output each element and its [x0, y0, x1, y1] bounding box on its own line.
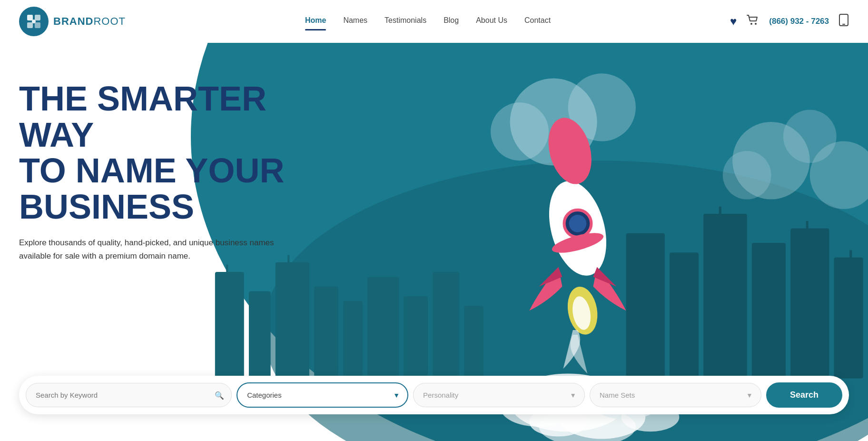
namesets-select[interactable]: Name Sets Short Names Long Names Compoun… — [590, 383, 761, 407]
wishlist-icon[interactable]: ♥ — [730, 15, 737, 28]
mobile-icon[interactable] — [838, 14, 849, 29]
svg-rect-29 — [719, 207, 721, 216]
svg-point-34 — [491, 102, 549, 160]
nav-names[interactable]: Names — [343, 16, 367, 27]
nav-testimonials[interactable]: Testimonials — [385, 16, 426, 27]
phone-number[interactable]: (866) 932 - 7263 — [769, 17, 829, 26]
svg-rect-25 — [703, 214, 747, 379]
namesets-select-wrap: Name Sets Short Names Long Names Compoun… — [590, 383, 761, 407]
nav-home[interactable]: Home — [305, 16, 326, 27]
cart-icon[interactable] — [746, 14, 760, 29]
personality-select[interactable]: Personality Bold Classic Creative Fun — [413, 383, 585, 407]
svg-rect-27 — [790, 229, 829, 379]
main-nav: Home Names Testimonials Blog About Us Co… — [305, 16, 551, 27]
hero-section: THE SMARTER WAY TO NAME YOUR BUSINESS Ex… — [0, 43, 868, 441]
svg-rect-24 — [670, 252, 699, 378]
svg-rect-16 — [343, 301, 363, 379]
search-button[interactable]: Search — [766, 382, 842, 408]
hero-content: THE SMARTER WAY TO NAME YOUR BUSINESS Ex… — [0, 43, 333, 301]
svg-rect-19 — [433, 272, 459, 379]
hero-subtitle: Explore thousands of quality, hand-picke… — [19, 236, 276, 262]
svg-rect-13 — [249, 291, 271, 379]
hero-title-line2: TO NAME YOUR — [19, 151, 284, 190]
svg-point-5 — [750, 23, 752, 25]
personality-select-wrap: Personality Bold Classic Creative Fun ▼ — [413, 383, 585, 407]
keyword-search-wrap: 🔍 — [26, 383, 232, 407]
svg-rect-18 — [404, 296, 428, 379]
logo[interactable]: BRANDROOT — [19, 7, 126, 36]
categories-select-wrap: Categories Technology Finance Health Foo… — [237, 382, 408, 408]
categories-select[interactable]: Categories Technology Finance Health Foo… — [237, 382, 408, 408]
svg-rect-28 — [834, 257, 863, 378]
svg-point-49 — [569, 215, 587, 232]
hero-title: THE SMARTER WAY TO NAME YOUR BUSINESS — [19, 81, 314, 225]
logo-brand: BRAND — [53, 15, 93, 27]
logo-root: ROOT — [93, 15, 126, 27]
search-bar: 🔍 Categories Technology Finance Health F… — [19, 376, 849, 414]
nav-contact[interactable]: Contact — [524, 16, 551, 27]
svg-point-38 — [723, 151, 771, 200]
svg-rect-26 — [752, 243, 786, 379]
svg-rect-0 — [27, 15, 33, 20]
logo-text: BRANDROOT — [53, 15, 126, 28]
nav-blog[interactable]: Blog — [444, 16, 459, 27]
keyword-search-icon: 🔍 — [215, 391, 224, 400]
svg-rect-8 — [842, 24, 845, 25]
svg-point-4 — [32, 20, 36, 23]
svg-point-6 — [755, 23, 757, 25]
svg-rect-30 — [806, 221, 809, 231]
svg-rect-17 — [367, 277, 399, 378]
site-header: BRANDROOT Home Names Testimonials Blog A… — [0, 0, 868, 43]
svg-rect-23 — [626, 233, 665, 379]
nav-about[interactable]: About Us — [476, 16, 507, 27]
svg-rect-31 — [849, 250, 852, 260]
hero-title-line1: THE SMARTER WAY — [19, 80, 266, 154]
hero-title-line3: BUSINESS — [19, 188, 194, 226]
svg-rect-1 — [35, 15, 40, 20]
header-actions: ♥ (866) 932 - 7263 — [730, 14, 849, 29]
search-keyword-input[interactable] — [26, 383, 232, 407]
svg-rect-2 — [27, 22, 33, 28]
cart-svg — [746, 14, 760, 26]
logo-svg — [25, 13, 42, 30]
svg-rect-20 — [464, 306, 483, 378]
phone-svg — [838, 14, 849, 26]
svg-rect-3 — [35, 22, 40, 28]
logo-icon — [19, 7, 49, 36]
